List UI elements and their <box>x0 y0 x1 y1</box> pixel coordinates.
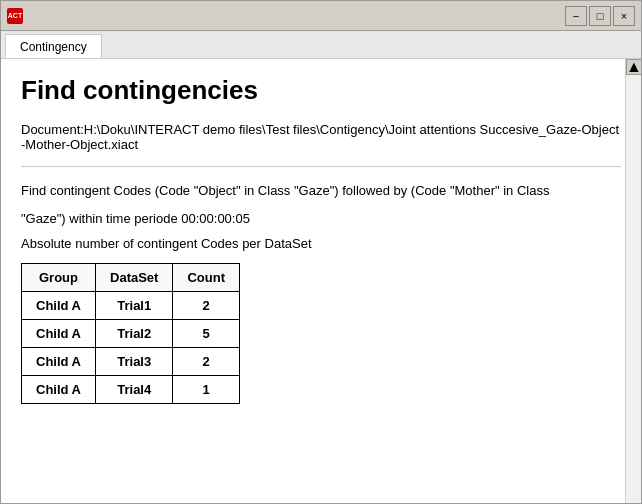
cell-dataset: Trial1 <box>96 292 173 320</box>
column-header-count: Count <box>173 264 240 292</box>
results-table: Group DataSet Count Child ATrial12Child … <box>21 263 240 404</box>
contingency-tab[interactable]: Contingency <box>5 34 102 58</box>
description-line1: Find contingent Codes (Code "Object" in … <box>21 181 621 201</box>
divider <box>21 166 621 167</box>
cell-count: 5 <box>173 320 240 348</box>
column-header-group: Group <box>22 264 96 292</box>
maximize-button[interactable]: □ <box>589 6 611 26</box>
table-row: Child ATrial41 <box>22 376 240 404</box>
table-row: Child ATrial25 <box>22 320 240 348</box>
cell-dataset: Trial4 <box>96 376 173 404</box>
cell-group: Child A <box>22 348 96 376</box>
cell-count: 2 <box>173 348 240 376</box>
table-row: Child ATrial12 <box>22 292 240 320</box>
cell-dataset: Trial3 <box>96 348 173 376</box>
title-bar: ACT − □ × <box>1 1 641 31</box>
column-header-dataset: DataSet <box>96 264 173 292</box>
absolute-label: Absolute number of contingent Codes per … <box>21 236 621 251</box>
cell-count: 2 <box>173 292 240 320</box>
scroll-up-button[interactable]: ▲ <box>626 59 641 75</box>
cell-group: Child A <box>22 320 96 348</box>
content-area: Find contingencies Document:H:\Doku\INTE… <box>1 59 641 503</box>
page-title: Find contingencies <box>21 75 621 106</box>
title-bar-controls: − □ × <box>565 6 635 26</box>
main-window: ACT − □ × Contingency Find contingencies… <box>0 0 642 504</box>
table-row: Child ATrial32 <box>22 348 240 376</box>
minimize-button[interactable]: − <box>565 6 587 26</box>
document-path: Document:H:\Doku\INTERACT demo files\Tes… <box>21 122 621 152</box>
tabs-bar: Contingency <box>1 31 641 59</box>
cell-group: Child A <box>22 292 96 320</box>
scrollbar-track: ▲ <box>625 59 641 503</box>
cell-count: 1 <box>173 376 240 404</box>
app-icon: ACT <box>7 8 23 24</box>
cell-dataset: Trial2 <box>96 320 173 348</box>
cell-group: Child A <box>22 376 96 404</box>
title-bar-left: ACT <box>7 8 23 24</box>
description-line2: "Gaze") within time periode 00:00:00:05 <box>21 209 621 229</box>
close-button[interactable]: × <box>613 6 635 26</box>
